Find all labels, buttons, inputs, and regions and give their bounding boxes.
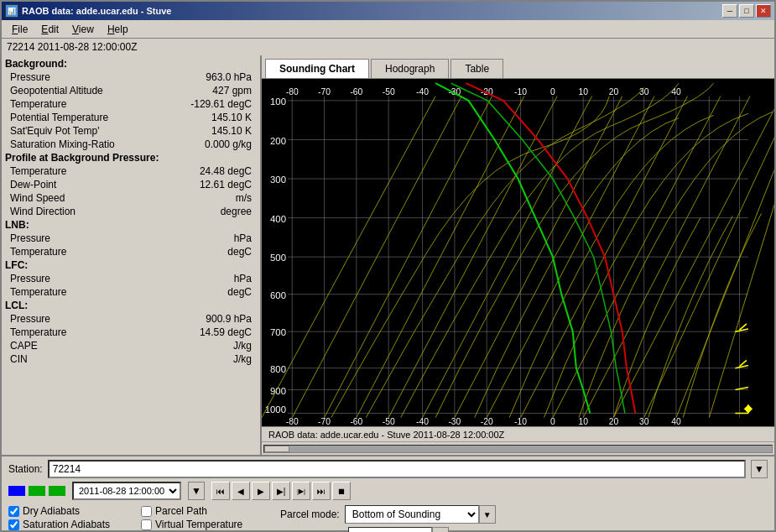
row-lcl-pressure: Pressure 900.9 hPa — [3, 312, 258, 326]
sat-adiabats-checkbox[interactable] — [8, 519, 19, 530]
color-indicator-green1 — [29, 486, 45, 496]
parcel-path-checkbox[interactable] — [141, 506, 152, 517]
datetime-nav-row: 2011-08-28 12:00:00Z ▼ ⏮ ◀ ▶ ▶| |▶| ⏭ ⏹ — [5, 482, 771, 500]
station-dropdown-button[interactable]: ▼ — [751, 460, 768, 478]
station-input[interactable] — [48, 460, 746, 478]
svg-text:-40: -40 — [416, 417, 429, 426]
section-lfc: LFC: — [3, 258, 258, 272]
svg-text:20: 20 — [609, 417, 619, 426]
row-sat-equiv-pot-temp: Sat'Equiv Pot Temp' 145.10 K — [3, 124, 258, 138]
row-lfc-temp: Temperature degC — [3, 285, 258, 299]
sat-adiabats-label: Saturation Adiabats — [23, 519, 110, 530]
svg-text:-60: -60 — [350, 87, 362, 96]
svg-text:-50: -50 — [383, 417, 395, 426]
row-wind-speed: Wind Speed m/s — [3, 191, 258, 205]
station-label: Station: — [8, 463, 43, 475]
row-cin: CIN J/kg — [3, 352, 258, 366]
last-button[interactable]: ⏭ — [312, 482, 331, 500]
svg-text:-60: -60 — [350, 417, 362, 426]
bottom-controls: Station: ▼ 2011-08-28 12:00:00Z ▼ ⏮ ◀ — [2, 455, 774, 530]
row-temperature: Temperature -129.61 degC — [3, 97, 258, 111]
parcel-mode-dropdown-button[interactable]: ▼ — [479, 505, 496, 524]
scrollbar-track[interactable] — [263, 445, 773, 453]
svg-text:-80: -80 — [286, 417, 299, 426]
loop-button[interactable]: |▶| — [292, 482, 310, 500]
horizontal-scrollbar[interactable] — [262, 441, 774, 455]
datetime-select[interactable]: 2011-08-28 12:00:00Z — [72, 482, 181, 500]
first-button[interactable]: ⏮ — [211, 482, 230, 500]
main-content: Background: Pressure 963.0 hPa Geopotent… — [2, 55, 774, 455]
svg-text:10: 10 — [578, 87, 588, 96]
svg-text:700: 700 — [270, 327, 286, 337]
datetime-dropdown-button[interactable]: ▼ — [188, 482, 205, 500]
parcel-mode-row: Parcel mode: Bottom of Sounding ▼ — [280, 505, 496, 524]
color-indicator-blue — [8, 486, 25, 496]
checkbox-col-1: Dry Adiabats Saturation Adiabats Mixing … — [8, 505, 134, 532]
svg-text:-10: -10 — [514, 417, 527, 426]
close-button[interactable]: ✕ — [756, 4, 771, 18]
tab-sounding-chart[interactable]: Sounding Chart — [265, 59, 369, 78]
nav-buttons: ⏮ ◀ ▶ ▶| |▶| ⏭ ⏹ — [211, 482, 351, 500]
chart-svg: 100 200 300 400 500 600 700 800 900 1000… — [262, 79, 774, 426]
svg-text:100: 100 — [270, 96, 286, 107]
station-row: Station: ▼ — [5, 460, 771, 478]
row-profile-temp: Temperature 24.48 degC — [3, 164, 258, 178]
left-panel: Background: Pressure 963.0 hPa Geopotent… — [2, 55, 262, 455]
menu-edit[interactable]: Edit — [34, 22, 65, 37]
parcel-wind-controls: Parcel mode: Bottom of Sounding ▼ Wind s… — [280, 505, 496, 532]
sat-adiabats-row: Saturation Adiabats — [8, 519, 134, 530]
svg-text:800: 800 — [270, 364, 286, 374]
play-button[interactable]: ▶ — [252, 482, 270, 500]
maximize-button[interactable]: □ — [739, 4, 754, 18]
row-geopot-alt: Geopotential Altitude 427 gpm — [3, 84, 258, 97]
window-title: RAOB data: adde.ucar.edu - Stuve — [22, 6, 171, 16]
row-lfc-pressure: Pressure hPa — [3, 272, 258, 285]
chart-footer-text: RAOB data: adde.ucar.edu - Stuve 2011-08… — [268, 430, 504, 440]
svg-text:300: 300 — [270, 175, 286, 185]
svg-text:-40: -40 — [416, 87, 429, 96]
section-profile: Profile at Background Pressure: — [3, 151, 258, 164]
section-lcl: LCL: — [3, 299, 258, 312]
menu-view[interactable]: View — [65, 22, 101, 37]
svg-text:10: 10 — [578, 417, 588, 426]
svg-rect-0 — [262, 79, 774, 426]
virtual-temp-checkbox[interactable] — [141, 519, 152, 530]
row-pot-temp: Potential Temperature 145.10 K — [3, 111, 258, 124]
menu-help[interactable]: Help — [101, 22, 135, 37]
svg-text:20: 20 — [609, 87, 619, 96]
row-dew-point: Dew-Point 12.61 degC — [3, 178, 258, 191]
minimize-button[interactable]: ─ — [722, 4, 737, 18]
wind-spacing-select[interactable]: All — [348, 527, 432, 532]
wind-spacing-dropdown-button[interactable]: ▼ — [432, 527, 449, 532]
parcel-mode-label: Parcel mode: — [280, 509, 340, 520]
stop-button[interactable]: ⏹ — [332, 482, 351, 500]
virtual-temp-label: Virtual Temperature — [155, 519, 242, 530]
dry-adiabats-checkbox[interactable] — [8, 506, 19, 517]
svg-text:-30: -30 — [448, 417, 461, 426]
svg-text:-10: -10 — [514, 87, 527, 96]
row-wind-dir: Wind Direction degree — [3, 205, 258, 218]
chart-area: 100 200 300 400 500 600 700 800 900 1000… — [262, 79, 774, 426]
dry-adiabats-label: Dry Adiabats — [23, 505, 80, 517]
prev-button[interactable]: ◀ — [232, 482, 250, 500]
main-window: 📊 RAOB data: adde.ucar.edu - Stuve ─ □ ✕… — [0, 0, 776, 532]
svg-text:30: 30 — [639, 417, 649, 426]
info-text: 72214 2011-08-28 12:00:00Z — [7, 41, 137, 53]
menu-file[interactable]: File — [5, 22, 34, 37]
tab-bar: Sounding Chart Hodograph Table — [262, 55, 774, 79]
tab-table[interactable]: Table — [450, 59, 503, 78]
svg-text:200: 200 — [270, 136, 286, 146]
app-icon: 📊 — [5, 4, 18, 18]
chart-footer: RAOB data: adde.ucar.edu - Stuve 2011-08… — [262, 426, 774, 441]
checkbox-col-2: Parcel Path Virtual Temperature Stations — [141, 505, 267, 532]
svg-text:500: 500 — [270, 253, 286, 263]
tab-hodograph[interactable]: Hodograph — [371, 59, 449, 78]
parcel-mode-select[interactable]: Bottom of Sounding — [345, 505, 479, 524]
svg-text:-20: -20 — [481, 417, 493, 426]
scrollbar-thumb[interactable] — [264, 446, 289, 452]
next-button[interactable]: ▶| — [272, 482, 290, 500]
options-row: Dry Adiabats Saturation Adiabats Mixing … — [5, 503, 771, 532]
svg-text:600: 600 — [270, 290, 286, 300]
right-panel: Sounding Chart Hodograph Table 100 200 3… — [262, 55, 774, 455]
info-bar: 72214 2011-08-28 12:00:00Z — [2, 39, 774, 55]
